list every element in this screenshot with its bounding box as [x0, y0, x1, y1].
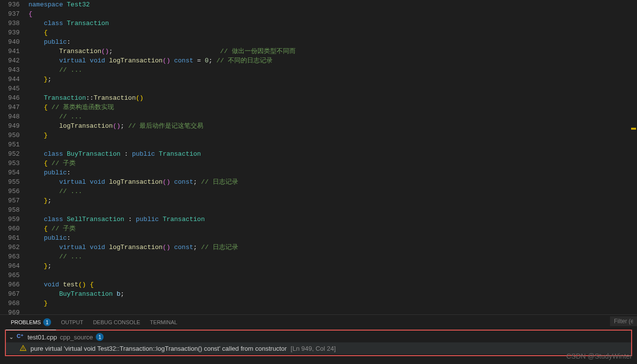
code-line[interactable]: public: [28, 168, 637, 177]
line-number: 958 [0, 205, 20, 215]
line-number: 947 [0, 103, 20, 112]
code-line[interactable]: }; [28, 196, 637, 205]
code-line[interactable]: // ... [28, 65, 637, 75]
code-line[interactable]: Transaction(); // 做出一份因类型不同而 [28, 47, 637, 56]
line-number: 954 [0, 168, 20, 177]
code-line[interactable]: { // 子类 [28, 224, 637, 233]
line-number: 960 [0, 224, 20, 233]
line-number: 967 [0, 289, 20, 299]
scrollbar-track[interactable] [630, 0, 637, 314]
code-line[interactable]: virtual void logTransaction() const = 0;… [28, 56, 637, 65]
overview-warning-marker[interactable] [631, 128, 636, 130]
code-line[interactable] [28, 84, 637, 93]
code-line[interactable] [28, 205, 637, 215]
line-number: 953 [0, 159, 20, 168]
tab-problems[interactable]: PROBLEMS 1 [6, 315, 56, 330]
cpp-file-icon: C⁺ [17, 333, 25, 341]
code-line[interactable]: // ... [28, 252, 637, 261]
line-number: 968 [0, 299, 20, 308]
line-number: 948 [0, 112, 20, 121]
problem-location: [Ln 949, Col 24] [291, 345, 336, 352]
line-number: 965 [0, 271, 20, 280]
line-number: 962 [0, 243, 20, 252]
tab-problems-label: PROBLEMS [11, 319, 41, 325]
code-line[interactable]: } [28, 299, 637, 308]
problems-list: ⌄ C⁺ test01.cpp cpp_source 1 pure virtua… [5, 330, 632, 356]
line-number: 946 [0, 93, 20, 103]
line-number: 956 [0, 187, 20, 196]
line-number: 936 [0, 0, 20, 9]
problem-file-folder: cpp_source [60, 334, 93, 341]
problem-item-row[interactable]: pure virtual 'virtual void Test32::Trans… [6, 342, 631, 354]
line-number: 949 [0, 121, 20, 131]
problem-file-row[interactable]: ⌄ C⁺ test01.cpp cpp_source 1 [6, 332, 631, 342]
code-line[interactable]: // ... [28, 187, 637, 196]
line-number: 957 [0, 196, 20, 205]
problem-file-name: test01.cpp [28, 334, 57, 341]
code-line[interactable]: }; [28, 75, 637, 84]
line-number: 952 [0, 149, 20, 159]
code-line[interactable]: class BuyTransaction : public Transactio… [28, 149, 637, 159]
code-line[interactable]: { // 基类构造函数实现 [28, 103, 637, 112]
line-number: 951 [0, 140, 20, 149]
code-line[interactable]: { // 子类 [28, 159, 637, 168]
line-number: 966 [0, 280, 20, 289]
line-number: 938 [0, 19, 20, 28]
code-line[interactable]: virtual void logTransaction() const; // … [28, 243, 637, 252]
bottom-panel: PROBLEMS 1 OUTPUT DEBUG CONSOLE TERMINAL… [0, 314, 637, 356]
line-number: 950 [0, 131, 20, 140]
line-number: 963 [0, 252, 20, 261]
code-content[interactable]: namespace Test32{ class Transaction { pu… [28, 0, 637, 314]
line-number-gutter: 9369379389399409419429439449459469479489… [0, 0, 28, 314]
line-number: 939 [0, 28, 20, 37]
warning-icon [20, 344, 27, 353]
code-line[interactable] [28, 140, 637, 149]
editor-area: 9369379389399409419429439449459469479489… [0, 0, 637, 314]
line-number: 961 [0, 233, 20, 243]
line-number: 942 [0, 56, 20, 65]
code-line[interactable]: public: [28, 233, 637, 243]
line-number: 955 [0, 177, 20, 187]
line-number: 945 [0, 84, 20, 93]
line-number: 941 [0, 47, 20, 56]
code-line[interactable]: { [28, 28, 637, 37]
code-line[interactable]: virtual void logTransaction() const; // … [28, 177, 637, 187]
watermark-text: CSDN @StudyWinter [566, 352, 632, 360]
line-number: 940 [0, 37, 20, 47]
line-number: 937 [0, 9, 20, 19]
line-number: 959 [0, 215, 20, 224]
code-line[interactable]: class Transaction [28, 19, 637, 28]
problem-file-count-badge: 1 [96, 333, 104, 341]
tab-output-label: OUTPUT [61, 319, 83, 325]
code-line[interactable]: Transaction::Transaction() [28, 93, 637, 103]
line-number: 944 [0, 75, 20, 84]
panel-tab-bar: PROBLEMS 1 OUTPUT DEBUG CONSOLE TERMINAL [0, 315, 637, 330]
tab-terminal[interactable]: TERMINAL [145, 315, 182, 330]
code-line[interactable]: class SellTransaction : public Transacti… [28, 215, 637, 224]
line-number: 943 [0, 65, 20, 75]
code-line[interactable]: namespace Test32 [28, 0, 637, 9]
line-number: 964 [0, 261, 20, 271]
problems-filter-input[interactable] [610, 316, 637, 326]
code-line[interactable]: } [28, 131, 637, 140]
code-line[interactable]: public: [28, 37, 637, 47]
tab-debug-console-label: DEBUG CONSOLE [93, 319, 140, 325]
code-line[interactable]: }; [28, 261, 637, 271]
code-line[interactable]: // ... [28, 112, 637, 121]
chevron-down-icon[interactable]: ⌄ [9, 334, 14, 340]
code-line[interactable]: { [28, 9, 637, 19]
code-line[interactable]: logTransaction(); // 最后动作是记这笔交易 [28, 121, 637, 131]
problems-count-badge: 1 [43, 318, 51, 326]
tab-debug-console[interactable]: DEBUG CONSOLE [88, 315, 145, 330]
code-line[interactable]: void test() { [28, 280, 637, 289]
code-line[interactable] [28, 271, 637, 280]
code-line[interactable]: BuyTransaction b; [28, 289, 637, 299]
tab-terminal-label: TERMINAL [150, 319, 177, 325]
tab-output[interactable]: OUTPUT [56, 315, 88, 330]
problem-message: pure virtual 'virtual void Test32::Trans… [30, 345, 287, 352]
